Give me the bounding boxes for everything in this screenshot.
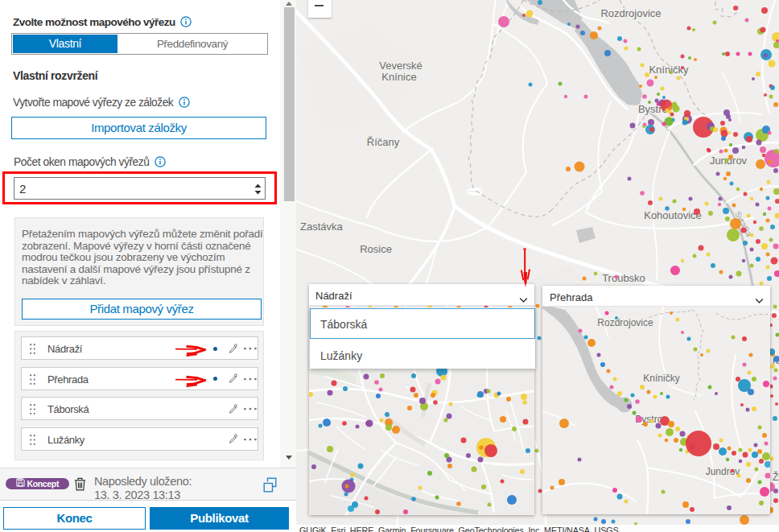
svg-text:Kohoutovice: Kohoutovice: [644, 209, 702, 221]
svg-text:Rosice: Rosice: [360, 243, 392, 255]
svg-text:Žl: Žl: [773, 471, 779, 483]
svg-text:Říčany: Říčany: [367, 136, 400, 148]
svg-text:Kníničky: Kníničky: [649, 64, 689, 76]
svg-text:Knínice: Knínice: [381, 71, 416, 83]
svg-text:Rozdrojovice: Rozdrojovice: [600, 7, 661, 19]
svg-text:Rozdrojovice: Rozdrojovice: [597, 317, 653, 328]
svg-text:Zastávka: Zastávka: [300, 221, 344, 233]
svg-text:Veverské: Veverské: [379, 60, 422, 72]
svg-text:Jundrov: Jundrov: [706, 466, 740, 477]
svg-text:Kníničky: Kníničky: [643, 373, 679, 384]
svg-text:Troubsko: Troubsko: [602, 272, 645, 284]
